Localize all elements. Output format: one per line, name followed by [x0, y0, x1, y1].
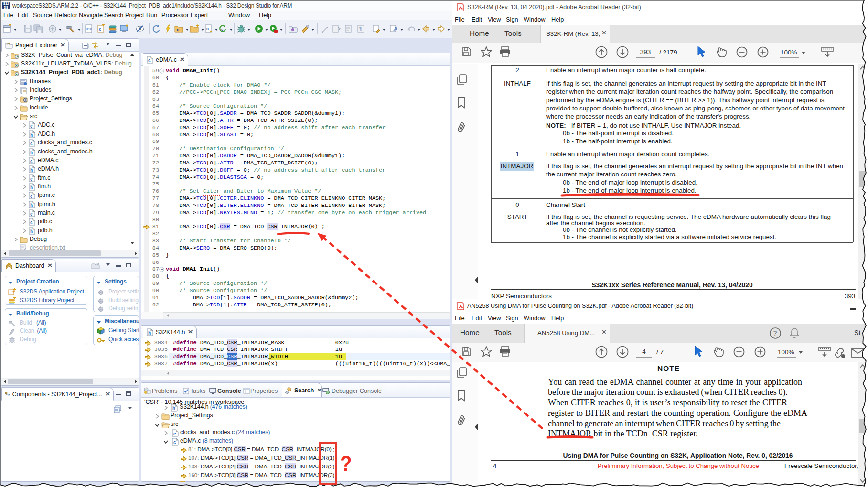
svg-text:?: ?: [340, 452, 352, 475]
